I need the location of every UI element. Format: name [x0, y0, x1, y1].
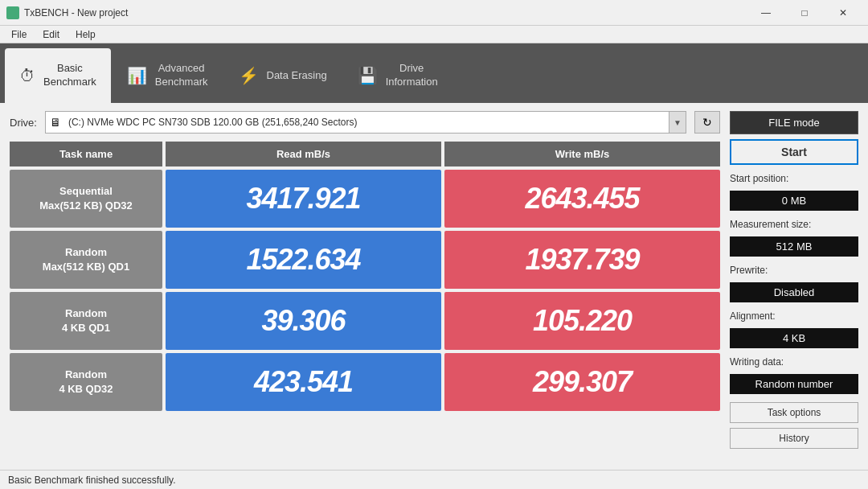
menu-bar: File Edit Help	[0, 26, 868, 43]
read-1: 3417.921	[166, 170, 441, 228]
history-button[interactable]: History	[730, 428, 858, 449]
start-position-label: Start position:	[730, 173, 858, 184]
menu-edit[interactable]: Edit	[35, 27, 68, 42]
status-text: Basic Benchmark finished successfully.	[8, 475, 176, 486]
task-3: Random4 KB QD1	[10, 292, 162, 350]
main-content: Drive: 🖥 (C:) NVMe WDC PC SN730 SDB 120.…	[0, 103, 868, 457]
task-4: Random4 KB QD32	[10, 353, 162, 411]
writing-data-label: Writing data:	[730, 356, 858, 368]
read-3: 39.306	[166, 292, 441, 350]
bench-row-3: Random4 KB QD1 39.306 105.220	[10, 292, 720, 350]
task-2: RandomMax(512 KB) QD1	[10, 231, 162, 289]
alignment-label: Alignment:	[730, 310, 858, 322]
table-header: Task name Read mB/s Write mB/s	[10, 142, 720, 166]
col-header-write: Write mB/s	[444, 142, 720, 166]
drive-bar: Drive: 🖥 (C:) NVMe WDC PC SN730 SDB 120.…	[10, 111, 720, 134]
prewrite-label: Prewrite:	[730, 265, 858, 276]
start-button[interactable]: Start	[730, 139, 858, 165]
tab-info-label: DriveInformation	[386, 62, 438, 89]
measurement-size-value: 512 MB	[730, 236, 858, 257]
prewrite-value: Disabled	[730, 282, 858, 302]
window-controls: — □ ✕	[747, 3, 862, 23]
chart-icon: 📊	[127, 66, 147, 85]
right-panel: FILE mode Start Start position: 0 MB Mea…	[730, 111, 858, 449]
bench-row-4: Random4 KB QD32 423.541 299.307	[10, 353, 720, 411]
drive-info-icon: 💾	[358, 66, 378, 85]
write-4: 299.307	[444, 353, 720, 411]
col-header-task: Task name	[10, 142, 162, 166]
write-1: 2643.455	[444, 170, 720, 228]
read-4: 423.541	[166, 353, 441, 411]
status-bar: Basic Benchmark finished successfully.	[0, 470, 868, 489]
tab-drive-info[interactable]: 💾 DriveInformation	[343, 48, 452, 103]
left-panel: Drive: 🖥 (C:) NVMe WDC PC SN730 SDB 120.…	[10, 111, 720, 449]
tab-basic-label: BasicBenchmark	[43, 62, 96, 89]
tab-basic-benchmark[interactable]: ⏱ BasicBenchmark	[5, 48, 111, 103]
drive-label: Drive:	[10, 117, 37, 129]
tab-bar: ⏱ BasicBenchmark 📊 AdvancedBenchmark ⚡ D…	[0, 43, 868, 103]
write-2: 1937.739	[444, 231, 720, 289]
task-1: SequentialMax(512 KB) QD32	[10, 170, 162, 228]
drive-dropdown-arrow[interactable]: ▼	[669, 111, 686, 134]
alignment-value: 4 KB	[730, 328, 858, 348]
clock-icon: ⏱	[19, 67, 35, 85]
read-2: 1522.634	[166, 231, 441, 289]
erasing-icon: ⚡	[239, 66, 259, 85]
title-bar: TxBENCH - New project — □ ✕	[0, 0, 868, 26]
tab-data-erasing[interactable]: ⚡ Data Erasing	[224, 48, 342, 103]
drive-dropdown[interactable]: (C:) NVMe WDC PC SN730 SDB 120.00 GB (25…	[45, 111, 686, 134]
close-button[interactable]: ✕	[825, 3, 862, 23]
task-options-button[interactable]: Task options	[730, 402, 858, 423]
bench-row-2: RandomMax(512 KB) QD1 1522.634 1937.739	[10, 231, 720, 289]
window-title: TxBENCH - New project	[24, 7, 747, 18]
write-3: 105.220	[444, 292, 720, 350]
drive-icon: 🖥	[50, 116, 61, 129]
bench-row-1: SequentialMax(512 KB) QD32 3417.921 2643…	[10, 170, 720, 228]
writing-data-value: Random number	[730, 374, 858, 394]
minimize-button[interactable]: —	[747, 3, 784, 23]
menu-help[interactable]: Help	[68, 27, 104, 42]
tab-advanced-benchmark[interactable]: 📊 AdvancedBenchmark	[113, 48, 223, 103]
menu-file[interactable]: File	[3, 27, 35, 42]
measurement-size-label: Measurement size:	[730, 219, 858, 230]
drive-refresh-button[interactable]: ↻	[694, 111, 720, 134]
tab-erasing-label: Data Erasing	[267, 69, 327, 83]
maximize-button[interactable]: □	[786, 3, 823, 23]
start-position-value: 0 MB	[730, 191, 858, 211]
col-header-read: Read mB/s	[166, 142, 441, 166]
drive-select-wrapper: 🖥 (C:) NVMe WDC PC SN730 SDB 120.00 GB (…	[45, 111, 686, 134]
tab-advanced-label: AdvancedBenchmark	[155, 62, 208, 89]
file-mode-button[interactable]: FILE mode	[730, 111, 858, 134]
app-icon	[6, 6, 19, 19]
